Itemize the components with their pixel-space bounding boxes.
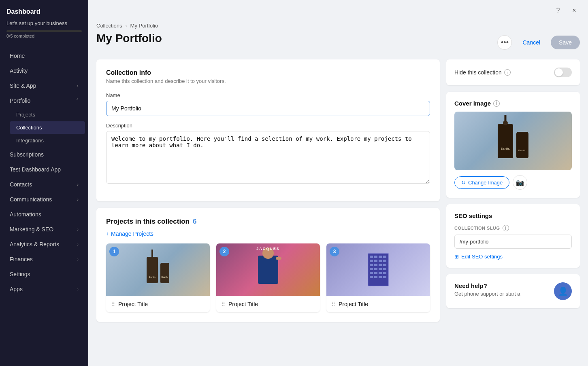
avatar: 👤 <box>554 282 572 300</box>
breadcrumb-my-portfolio[interactable]: My Portfolio <box>130 23 158 29</box>
project-card-2[interactable]: 2 JACQUES <box>216 243 320 312</box>
app-title: Dashboard <box>0 0 88 20</box>
sidebar-item-portfolio[interactable]: Portfolio ˄ <box>3 93 85 108</box>
description-field-group: Description <box>106 123 430 185</box>
drag-icon-3: ⠿ <box>331 301 335 307</box>
description-textarea[interactable] <box>106 131 430 184</box>
cover-bottles: Earth. Earth. <box>498 124 528 158</box>
svg-rect-15 <box>374 268 377 270</box>
project-card-3[interactable]: 3 <box>326 243 430 312</box>
hide-collection-toggle[interactable] <box>554 68 572 77</box>
top-bar-icons: ? × <box>552 5 580 16</box>
setup-label[interactable]: Let's set up your business <box>6 20 82 27</box>
edit-seo-link[interactable]: ⊞ Edit SEO settings <box>454 254 572 260</box>
svg-rect-16 <box>379 268 382 270</box>
sidebar-item-site-app[interactable]: Site & App › <box>3 78 85 93</box>
svg-rect-12 <box>379 264 382 266</box>
sidebar-item-subscriptions[interactable]: Subscriptions <box>3 147 85 162</box>
svg-rect-3 <box>374 256 377 258</box>
description-label: Description <box>106 123 430 129</box>
svg-rect-22 <box>370 276 373 278</box>
camera-button[interactable]: 📷 <box>513 175 527 190</box>
sidebar-item-projects[interactable]: Projects <box>10 108 85 121</box>
jacques-text: JACQUES <box>256 247 280 251</box>
svg-rect-17 <box>383 268 386 270</box>
change-image-button[interactable]: ↻ Change Image <box>454 176 509 189</box>
help-button[interactable]: ? <box>552 5 564 16</box>
projects-title: Projects in this collection <box>106 218 190 226</box>
name-label: Name <box>106 92 430 98</box>
name-input[interactable] <box>106 101 430 116</box>
cover-image-card: Cover image i Earth. Ear <box>446 92 580 198</box>
svg-rect-23 <box>374 276 377 278</box>
cover-image-wrap: Earth. Earth. <box>454 112 572 170</box>
project-badge-1: 1 <box>109 247 119 256</box>
manage-projects-link[interactable]: + Manage Projects <box>106 231 430 237</box>
sidebar-item-finances[interactable]: Finances › <box>3 252 85 267</box>
sidebar-item-automations[interactable]: Automations <box>3 207 85 222</box>
page-header: Collections › My Portfolio My Portfolio … <box>88 21 588 59</box>
seo-settings-title: SEO settings <box>454 212 572 219</box>
slug-info-icon[interactable]: i <box>503 225 509 231</box>
content-area: Collection info Name this collection and… <box>88 59 588 366</box>
sidebar-item-home[interactable]: Home <box>3 49 85 63</box>
sidebar-item-communications[interactable]: Communications › <box>3 192 85 207</box>
bottle-label-2: Earth. <box>161 276 168 278</box>
chevron-right-icon: › <box>77 242 79 247</box>
close-button[interactable]: × <box>569 5 580 16</box>
svg-rect-7 <box>374 260 377 262</box>
bottle-tall: Earth. <box>147 257 158 283</box>
sidebar-item-analytics[interactable]: Analytics & Reports › <box>3 237 85 252</box>
chevron-right-icon: › <box>77 287 79 292</box>
slug-input[interactable] <box>454 235 572 249</box>
sidebar-item-settings[interactable]: Settings <box>3 267 85 281</box>
collection-info-card: Collection info Name this collection and… <box>96 59 440 201</box>
sidebar-item-contacts[interactable]: Contacts › <box>3 177 85 192</box>
refresh-icon: ↻ <box>461 180 466 186</box>
svg-rect-24 <box>379 276 382 278</box>
sidebar-item-collections[interactable]: Collections <box>10 121 85 134</box>
sidebar-item-apps[interactable]: Apps › <box>3 282 85 296</box>
building-svg <box>364 252 392 288</box>
name-field-group: Name <box>106 92 430 116</box>
save-button[interactable]: Save <box>551 36 580 49</box>
center-panel: Collection info Name this collection and… <box>96 59 446 358</box>
project-thumb-1: 1 Earth. Earth. <box>106 243 210 296</box>
sidebar-nav: Home Activity Site & App › Portfolio ˄ P… <box>0 45 88 366</box>
sidebar-item-integrations[interactable]: Integrations <box>10 134 85 147</box>
collection-info-subtitle: Name this collection and describe it to … <box>106 78 430 84</box>
cover-image-title: Cover image i <box>454 100 572 107</box>
bottle-pump <box>151 250 153 258</box>
right-panel: Hide this collection i Cover image i <box>446 59 580 358</box>
cover-bottle-tall: Earth. <box>498 124 513 158</box>
seo-link-icon: ⊞ <box>454 254 459 260</box>
projects-count: 6 <box>193 218 196 226</box>
breadcrumb-collections[interactable]: Collections <box>96 23 122 29</box>
sidebar-item-activity[interactable]: Activity <box>3 63 85 78</box>
more-options-button[interactable]: ••• <box>497 35 512 50</box>
seo-settings-card: SEO settings COLLECTION SLUG i ⊞ Edit SE… <box>446 204 580 268</box>
page-actions: ••• Cancel Save <box>497 35 580 50</box>
projects-header: Projects in this collection 6 <box>106 218 430 226</box>
project-thumb-3: 3 <box>326 243 430 296</box>
breadcrumb-separator: › <box>126 23 127 29</box>
chevron-right-icon: › <box>77 83 79 88</box>
sidebar-item-test-dashboard[interactable]: Test Dashboard App <box>3 162 85 177</box>
project-card-1[interactable]: 1 Earth. Earth. <box>106 243 210 312</box>
breadcrumb: Collections › My Portfolio <box>96 21 580 29</box>
svg-rect-20 <box>379 272 382 274</box>
cover-bottle-label-2: Earth. <box>516 149 528 152</box>
cover-info-icon[interactable]: i <box>493 100 500 107</box>
toggle-knob <box>555 68 563 76</box>
cancel-button[interactable]: Cancel <box>516 36 547 49</box>
sidebar-item-marketing[interactable]: Marketing & SEO › <box>3 222 85 237</box>
hide-collection-label: Hide this collection i <box>454 69 511 76</box>
top-bar: ? × <box>88 0 588 21</box>
project-info-3: ⠿ Project Title <box>326 296 430 312</box>
svg-rect-14 <box>370 268 373 270</box>
hide-info-icon[interactable]: i <box>504 69 511 76</box>
jacques-figure <box>258 256 278 284</box>
slug-label: COLLECTION SLUG i <box>454 225 572 231</box>
project-info-1: ⠿ Project Title <box>106 296 210 312</box>
project-thumb-2: 2 JACQUES <box>216 243 320 296</box>
